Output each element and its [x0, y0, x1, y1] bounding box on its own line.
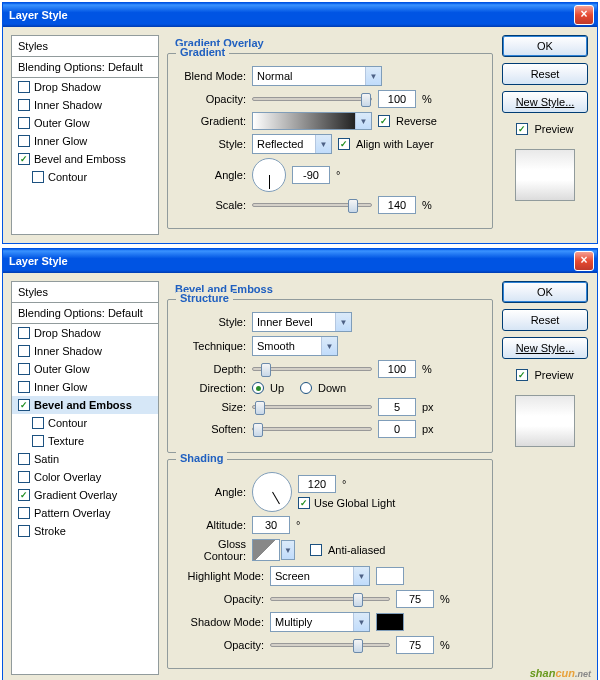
style-select[interactable]: Reflected▼	[252, 134, 332, 154]
style-checkbox[interactable]	[18, 81, 30, 93]
preview-checkbox[interactable]	[516, 123, 528, 135]
style-checkbox[interactable]	[18, 471, 30, 483]
highlight-opacity-input[interactable]: 75	[396, 590, 434, 608]
chevron-down-icon: ▼	[365, 67, 381, 85]
new-style-button[interactable]: New Style...	[502, 91, 588, 113]
shadow-color-swatch[interactable]	[376, 613, 404, 631]
shading-angle-dial[interactable]	[252, 472, 292, 512]
shading-angle-input[interactable]: 120	[298, 475, 336, 493]
style-item[interactable]: Drop Shadow	[12, 78, 158, 96]
style-item[interactable]: Inner Glow	[12, 378, 158, 396]
new-style-button[interactable]: New Style...	[502, 337, 588, 359]
styles-header[interactable]: Styles	[12, 36, 158, 57]
highlight-opacity-slider[interactable]	[270, 597, 390, 601]
direction-up-radio[interactable]	[252, 382, 264, 394]
style-item[interactable]: Texture	[12, 432, 158, 450]
shadow-opacity-input[interactable]: 75	[396, 636, 434, 654]
size-input[interactable]: 5	[378, 398, 416, 416]
blend-mode-select[interactable]: Normal▼	[252, 66, 382, 86]
reset-button[interactable]: Reset	[502, 309, 588, 331]
style-checkbox[interactable]	[18, 99, 30, 111]
button-column: OK Reset New Style... Preview	[501, 281, 589, 675]
style-item[interactable]: Bevel and Emboss	[12, 396, 158, 414]
angle-dial[interactable]	[252, 158, 286, 192]
reset-button[interactable]: Reset	[502, 63, 588, 85]
ok-button[interactable]: OK	[502, 281, 588, 303]
scale-input[interactable]: 140	[378, 196, 416, 214]
layer-style-dialog-1: Layer Style × Styles Blending Options: D…	[2, 2, 598, 244]
highlight-mode-select[interactable]: Screen▼	[270, 566, 370, 586]
style-item[interactable]: Inner Shadow	[12, 342, 158, 360]
preview-checkbox[interactable]	[516, 369, 528, 381]
window-title: Layer Style	[9, 255, 68, 267]
depth-slider[interactable]	[252, 367, 372, 371]
style-checkbox[interactable]	[32, 417, 44, 429]
blending-options[interactable]: Blending Options: Default	[12, 57, 158, 78]
style-checkbox[interactable]	[18, 117, 30, 129]
style-item[interactable]: Outer Glow	[12, 114, 158, 132]
chevron-down-icon: ▼	[335, 313, 351, 331]
gloss-contour-picker[interactable]: ▼	[252, 539, 280, 561]
button-column: OK Reset New Style... Preview	[501, 35, 589, 235]
style-item[interactable]: Inner Glow	[12, 132, 158, 150]
gradient-picker[interactable]: ▼	[252, 112, 372, 130]
technique-select[interactable]: Smooth▼	[252, 336, 338, 356]
style-item[interactable]: Gradient Overlay	[12, 486, 158, 504]
direction-down-radio[interactable]	[300, 382, 312, 394]
style-checkbox[interactable]	[18, 327, 30, 339]
altitude-input[interactable]: 30	[252, 516, 290, 534]
styles-list: Styles Blending Options: Default Drop Sh…	[11, 281, 159, 675]
style-item[interactable]: Pattern Overlay	[12, 504, 158, 522]
close-icon[interactable]: ×	[574, 251, 594, 271]
opacity-input[interactable]: 100	[378, 90, 416, 108]
preview-swatch	[515, 395, 575, 447]
depth-input[interactable]: 100	[378, 360, 416, 378]
style-checkbox[interactable]	[18, 381, 30, 393]
ok-button[interactable]: OK	[502, 35, 588, 57]
blending-options[interactable]: Blending Options: Default	[12, 303, 158, 324]
style-item[interactable]: Inner Shadow	[12, 96, 158, 114]
style-checkbox[interactable]	[18, 399, 30, 411]
style-item[interactable]: Satin	[12, 450, 158, 468]
close-icon[interactable]: ×	[574, 5, 594, 25]
style-checkbox[interactable]	[18, 507, 30, 519]
global-light-checkbox[interactable]	[298, 497, 310, 509]
styles-header[interactable]: Styles	[12, 282, 158, 303]
preview-swatch	[515, 149, 575, 201]
bevel-style-select[interactable]: Inner Bevel▼	[252, 312, 352, 332]
style-checkbox[interactable]	[18, 153, 30, 165]
style-item[interactable]: Drop Shadow	[12, 324, 158, 342]
style-checkbox[interactable]	[18, 345, 30, 357]
style-item[interactable]: Contour	[12, 414, 158, 432]
structure-group: Structure Style: Inner Bevel▼ Technique:…	[167, 299, 493, 453]
scale-slider[interactable]	[252, 203, 372, 207]
style-checkbox[interactable]	[18, 489, 30, 501]
style-item[interactable]: Bevel and Emboss	[12, 150, 158, 168]
reverse-checkbox[interactable]	[378, 115, 390, 127]
style-checkbox[interactable]	[18, 453, 30, 465]
titlebar: Layer Style ×	[3, 249, 597, 273]
opacity-slider[interactable]	[252, 97, 372, 101]
highlight-color-swatch[interactable]	[376, 567, 404, 585]
style-checkbox[interactable]	[18, 135, 30, 147]
style-checkbox[interactable]	[18, 363, 30, 375]
titlebar: Layer Style ×	[3, 3, 597, 27]
style-checkbox[interactable]	[32, 435, 44, 447]
style-item[interactable]: Outer Glow	[12, 360, 158, 378]
soften-slider[interactable]	[252, 427, 372, 431]
style-checkbox[interactable]	[18, 525, 30, 537]
styles-list: Styles Blending Options: Default Drop Sh…	[11, 35, 159, 235]
angle-input[interactable]: -90	[292, 166, 330, 184]
style-checkbox[interactable]	[32, 171, 44, 183]
soften-input[interactable]: 0	[378, 420, 416, 438]
shading-group: Shading Angle: 120° Use Global Light Alt…	[167, 459, 493, 669]
align-checkbox[interactable]	[338, 138, 350, 150]
style-item[interactable]: Color Overlay	[12, 468, 158, 486]
shadow-opacity-slider[interactable]	[270, 643, 390, 647]
style-item[interactable]: Stroke	[12, 522, 158, 540]
chevron-down-icon: ▼	[353, 613, 369, 631]
size-slider[interactable]	[252, 405, 372, 409]
shadow-mode-select[interactable]: Multiply▼	[270, 612, 370, 632]
style-item[interactable]: Contour	[12, 168, 158, 186]
anti-aliased-checkbox[interactable]	[310, 544, 322, 556]
